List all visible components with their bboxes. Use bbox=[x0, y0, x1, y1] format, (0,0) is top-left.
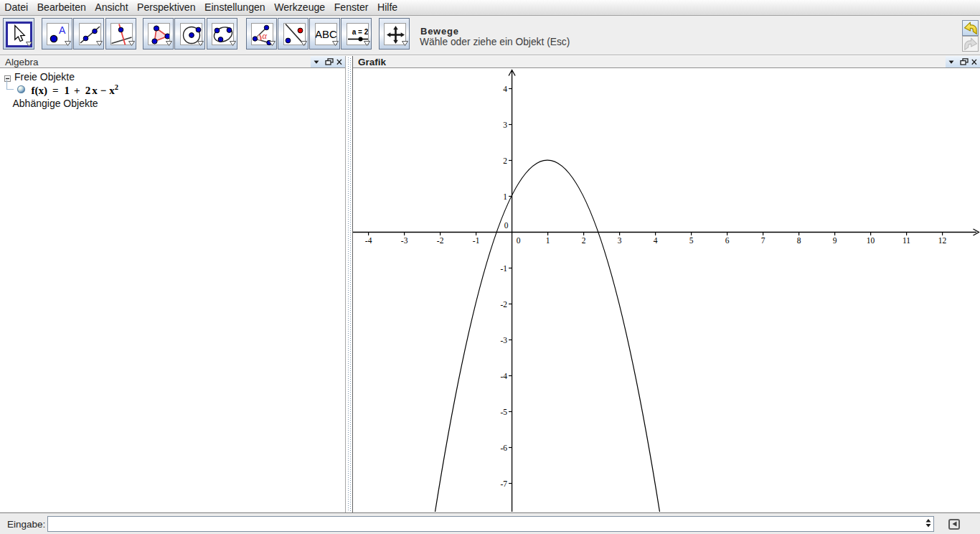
svg-text:1: 1 bbox=[546, 236, 550, 245]
svg-text:3: 3 bbox=[618, 236, 622, 245]
svg-text:-3: -3 bbox=[501, 336, 508, 345]
svg-text:7: 7 bbox=[761, 236, 765, 245]
svg-text:4: 4 bbox=[503, 85, 507, 93]
svg-text:11: 11 bbox=[903, 236, 910, 245]
svg-text:8: 8 bbox=[797, 236, 801, 245]
svg-text:6: 6 bbox=[725, 236, 730, 245]
svg-text:-4: -4 bbox=[501, 372, 508, 380]
svg-text:-4: -4 bbox=[365, 236, 372, 245]
svg-text:-7: -7 bbox=[501, 479, 508, 488]
svg-text:3: 3 bbox=[503, 121, 507, 129]
svg-text:α: α bbox=[263, 31, 268, 41]
svg-text:12: 12 bbox=[938, 236, 947, 245]
svg-text:ABC: ABC bbox=[316, 28, 336, 40]
svg-text:-1: -1 bbox=[501, 264, 508, 273]
svg-text:-2: -2 bbox=[437, 236, 444, 245]
svg-text:0: 0 bbox=[504, 221, 509, 230]
svg-text:4: 4 bbox=[654, 236, 658, 245]
svg-text:-3: -3 bbox=[401, 236, 408, 245]
svg-text:2: 2 bbox=[582, 236, 586, 245]
svg-text:0: 0 bbox=[517, 236, 521, 245]
svg-text:-6: -6 bbox=[501, 444, 508, 452]
svg-text:1: 1 bbox=[503, 192, 507, 201]
svg-text:-2: -2 bbox=[501, 300, 508, 309]
svg-text:-5: -5 bbox=[501, 408, 508, 416]
svg-text:5: 5 bbox=[689, 236, 694, 245]
svg-text:A: A bbox=[59, 24, 66, 36]
svg-text:9: 9 bbox=[833, 236, 837, 245]
svg-text:-1: -1 bbox=[473, 236, 480, 245]
svg-text:2: 2 bbox=[503, 156, 507, 165]
svg-text:a = 2: a = 2 bbox=[352, 28, 367, 36]
svg-text:10: 10 bbox=[867, 236, 875, 245]
